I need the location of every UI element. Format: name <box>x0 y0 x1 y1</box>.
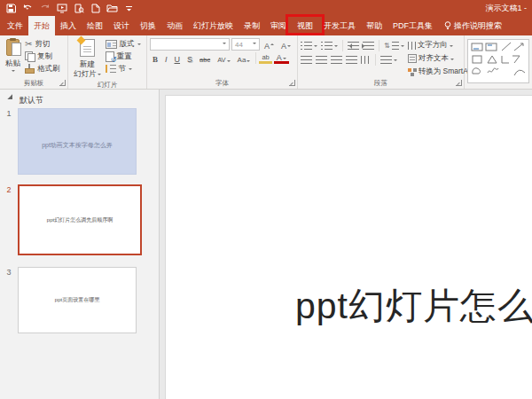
format-painter-button[interactable]: 格式刷 <box>23 63 62 74</box>
format-painter-label: 格式刷 <box>37 64 60 74</box>
copy-label: 复制 <box>37 51 52 62</box>
character-spacing-button[interactable]: AV <box>215 52 232 64</box>
tab-record[interactable]: 录制 <box>239 16 265 35</box>
bold-button[interactable]: B <box>150 52 160 64</box>
distribute-icon <box>380 56 392 64</box>
bullets-button[interactable] <box>301 41 317 51</box>
slide-thumbnail-3[interactable]: 3 ppt页面设置在哪里 <box>0 267 137 333</box>
tell-me-search[interactable]: 操作说明搜索 <box>440 16 506 35</box>
numbering-button[interactable] <box>321 41 338 51</box>
clipboard-group-label: 剪贴板 <box>0 77 67 89</box>
align-left-button[interactable] <box>301 55 312 66</box>
shapes-gallery-icons <box>470 41 527 78</box>
new-slide-icon <box>80 39 95 57</box>
tab-review[interactable]: 审阅 <box>265 16 292 35</box>
save-icon[interactable] <box>5 3 17 14</box>
columns-icon <box>361 56 371 64</box>
font-name-select[interactable] <box>150 38 230 51</box>
divider <box>379 40 379 51</box>
italic-button[interactable]: I <box>162 52 170 64</box>
open-folder-icon[interactable] <box>106 3 118 14</box>
drawing-group <box>465 35 532 89</box>
font-dialog-launcher-icon[interactable] <box>289 80 295 86</box>
new-file-icon[interactable] <box>90 3 101 14</box>
align-center-button[interactable] <box>316 55 327 66</box>
slide-title-text[interactable]: ppt幻灯片怎么调 <box>295 282 532 331</box>
tab-draw[interactable]: 绘图 <box>82 16 108 35</box>
tab-view[interactable]: 视图 <box>292 16 318 35</box>
clipboard-dialog-launcher-icon[interactable] <box>59 80 66 86</box>
customize-quick-access-icon[interactable] <box>123 3 135 14</box>
align-left-icon <box>301 56 312 64</box>
tab-transitions[interactable]: 切换 <box>135 16 161 35</box>
layout-label: 版式 <box>120 39 135 50</box>
slide-canvas[interactable]: ppt幻灯片怎么调 <box>166 96 532 399</box>
cut-button[interactable]: ✂ 剪切 <box>23 38 62 50</box>
slide-1-preview[interactable]: ppt动画文本按字母怎么弄 <box>18 108 137 175</box>
strikethrough-button[interactable]: abc <box>197 52 213 64</box>
new-slide-button[interactable]: 新建 幻灯片 <box>71 38 104 81</box>
font-size-select[interactable]: 44 <box>231 38 260 51</box>
layout-button[interactable]: 版式 <box>104 38 143 50</box>
distribute-button[interactable] <box>380 55 397 66</box>
slide-3-title: ppt页面设置在哪里 <box>55 296 99 304</box>
print-preview-icon[interactable] <box>73 3 84 14</box>
tell-me-label: 操作说明搜索 <box>454 20 502 32</box>
tab-pdf-tools[interactable]: PDF工具集 <box>387 16 438 35</box>
tab-slideshow[interactable]: 幻灯片放映 <box>188 16 239 35</box>
slide-number: 3 <box>0 267 18 277</box>
slide-thumbnail-2[interactable]: 2 ppt幻灯片怎么调先后顺序啊 <box>0 184 142 255</box>
slides-group-label-text: 幻灯片 <box>98 81 118 90</box>
start-slideshow-icon[interactable] <box>56 3 67 14</box>
redo-icon[interactable] <box>39 3 51 14</box>
copy-button[interactable]: 复制 <box>23 51 62 62</box>
underline-label: U <box>175 55 181 64</box>
font-group-label-text: 字体 <box>215 79 229 88</box>
cut-label: 剪切 <box>35 39 50 50</box>
shapes-gallery[interactable] <box>467 39 529 83</box>
decrease-indent-button[interactable] <box>348 41 359 51</box>
chevron-down-icon <box>129 68 132 72</box>
highlight-color-button[interactable]: ab <box>259 52 271 64</box>
copy-icon <box>25 51 35 61</box>
decrease-font-button[interactable]: A <box>278 39 293 51</box>
slide-3-preview[interactable]: ppt页面设置在哪里 <box>18 267 137 333</box>
underline-button[interactable]: U <box>172 52 184 64</box>
reset-button[interactable]: 重置 <box>104 51 143 62</box>
columns-button[interactable] <box>361 55 371 66</box>
tab-help[interactable]: 帮助 <box>361 16 387 35</box>
font-size-value: 44 <box>235 41 243 49</box>
bold-label: B <box>153 55 158 64</box>
paragraph-dialog-launcher-icon[interactable] <box>456 80 462 86</box>
chevron-down-icon <box>283 58 286 61</box>
section-button[interactable]: 节 <box>104 63 143 74</box>
increase-font-button[interactable]: A <box>262 39 277 51</box>
drawing-group-label <box>465 83 532 89</box>
slide-thumbnail-1[interactable]: 1 ppt动画文本按字母怎么弄 <box>0 108 137 175</box>
undo-icon[interactable] <box>22 3 34 14</box>
font-color-button[interactable]: A <box>274 52 289 64</box>
tab-animations[interactable]: 动画 <box>161 16 188 35</box>
tab-insert[interactable]: 插入 <box>55 16 82 35</box>
line-spacing-button[interactable]: ⇅ <box>384 41 404 51</box>
slide-2-preview[interactable]: ppt幻灯片怎么调先后顺序啊 <box>18 184 142 255</box>
tab-home[interactable]: 开始 <box>28 16 55 35</box>
tab-design[interactable]: 设计 <box>108 16 135 35</box>
text-shadow-button[interactable]: S <box>184 52 195 64</box>
change-case-button[interactable]: Aa <box>235 52 254 64</box>
tab-file[interactable]: 文件 <box>2 16 28 35</box>
increase-indent-button[interactable] <box>363 41 374 51</box>
smartart-icon <box>408 68 417 76</box>
format-painter-icon <box>25 64 35 74</box>
paste-button[interactable]: 粘贴 <box>3 38 23 77</box>
section-collapse-icon <box>7 94 17 104</box>
align-right-button[interactable] <box>331 55 342 66</box>
section-header[interactable]: 默认节 <box>0 90 159 110</box>
chevron-down-icon <box>334 45 338 49</box>
font-group: 44 A A B I U S abc AV Aa ab A <box>147 35 298 89</box>
ribbon: 粘贴 ✂ 剪切 复制 格式刷 <box>0 35 532 90</box>
section-icon <box>106 65 116 73</box>
justify-button[interactable] <box>346 55 357 66</box>
spacing-label: AV <box>217 56 225 64</box>
tab-developer[interactable]: 开发工具 <box>318 16 361 35</box>
